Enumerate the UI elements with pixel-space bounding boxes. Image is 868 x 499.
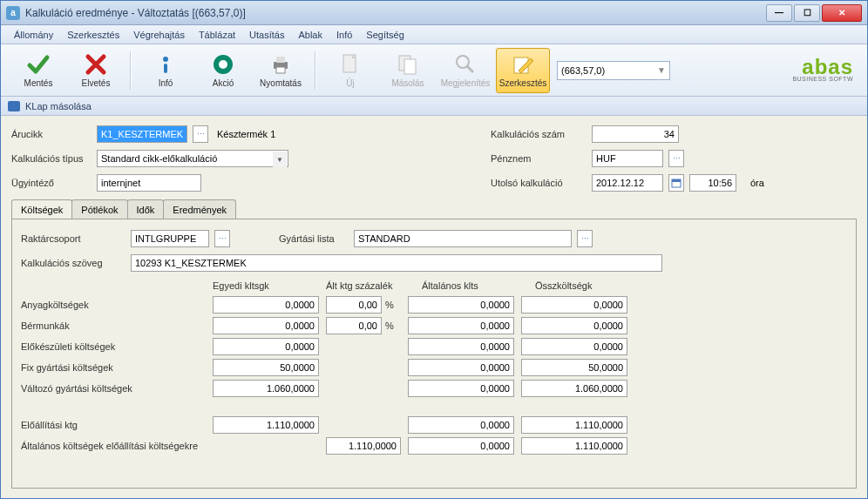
cost-label: Bérmunkák (21, 320, 213, 331)
cost-egyedi[interactable]: 50,0000 (213, 359, 319, 376)
input-raktar[interactable]: INTLGRUPPE (131, 230, 209, 247)
cost-pct[interactable]: 0,00 (326, 317, 382, 334)
label-gyartasi: Gyártási lista (279, 233, 349, 244)
menu-szerkesztes[interactable]: Szerkesztés (61, 27, 125, 43)
sum2-pctval[interactable]: 1.110,0000 (326, 437, 401, 455)
menu-tablazat[interactable]: Táblázat (193, 27, 241, 43)
view-button[interactable]: Megjelenítés (438, 48, 492, 93)
sum2-alt[interactable]: 0,0000 (408, 437, 514, 455)
discard-button[interactable]: Elvetés (69, 48, 123, 93)
label-kalk-tipus: Kalkulációs típus (11, 153, 92, 164)
lookup-gyartasi[interactable]: ⋯ (577, 230, 593, 247)
cost-label: Anyagköltségek (21, 300, 213, 310)
cost-ossz[interactable]: 0,0000 (521, 317, 627, 334)
cost-alt[interactable]: 0,0000 (408, 380, 514, 397)
tab-idok[interactable]: Idők (127, 199, 165, 219)
input-gyartasi[interactable]: STANDARD (354, 230, 572, 247)
menu-segitseg[interactable]: Segítség (360, 27, 410, 43)
svg-rect-5 (276, 57, 285, 63)
tab-potlekok[interactable]: Pótlékok (71, 199, 127, 219)
label-ora: óra (750, 178, 764, 188)
svg-rect-6 (276, 67, 285, 73)
menu-bar: Állomány Szerkesztés Végrehajtás Tábláza… (1, 25, 867, 44)
lookup-raktar[interactable]: ⋯ (214, 230, 230, 247)
secondary-bar: KLap másolása (1, 97, 867, 116)
new-button[interactable]: Új (323, 48, 377, 93)
cost-ossz[interactable]: 0,0000 (521, 296, 627, 314)
header-form: Árucikk K1_KESZTERMEK ⋯ Késztermék 1 Kal… (1, 116, 867, 199)
eloallitasi-alt[interactable]: 0,0000 (408, 416, 514, 434)
tab-body: Raktárcsoport INTLGRUPPE ⋯ Gyártási list… (11, 219, 857, 489)
lookup-arucikk[interactable]: ⋯ (193, 125, 208, 143)
action-icon (211, 52, 235, 77)
cost-egyedi[interactable]: 0,0000 (213, 317, 319, 334)
summary-altalanos-eloallitasi: Általános költségek előállítási költsége… (21, 435, 847, 456)
action-button[interactable]: Akció (196, 48, 250, 93)
percent-sign: % (385, 300, 397, 310)
cost-pct[interactable]: 0,00 (326, 296, 382, 314)
menu-allomany[interactable]: Állomány (8, 27, 59, 43)
input-utolso-date[interactable]: 2012.12.12 (592, 174, 663, 192)
header-ossz: Összköltségk (535, 280, 648, 291)
tab-strip: Költségek Pótlékok Idők Eredmények (11, 199, 857, 219)
costs-grid: Egyedi kltsgk Ált ktg százalék Általános… (21, 280, 847, 456)
cost-egyedi[interactable]: 1.060,0000 (213, 380, 319, 397)
eloallitasi-ossz[interactable]: 1.110,0000 (521, 416, 627, 434)
input-kalk-szoveg[interactable]: 10293 K1_KESZTERMEK (131, 254, 662, 272)
cost-egyedi[interactable]: 0,0000 (213, 338, 319, 355)
menu-ablak[interactable]: Ablak (292, 27, 329, 43)
toolbar-sep2 (315, 51, 316, 90)
cost-ossz[interactable]: 1.060,0000 (521, 380, 627, 397)
cost-row: Előkészületi költségek0,00000,00000,0000 (21, 336, 847, 357)
menu-vegrehajtas[interactable]: Végrehajtás (127, 27, 191, 43)
input-ugyintezo[interactable]: internjnet (97, 174, 201, 192)
edit-button[interactable]: Szerkesztés (496, 48, 550, 93)
summary-eloallitasi: Előállítási ktg 1.110,0000 0,0000 1.110,… (21, 415, 847, 435)
cost-alt[interactable]: 0,0000 (408, 359, 514, 376)
save-button[interactable]: Mentés (11, 48, 65, 93)
info-icon (153, 52, 178, 77)
cost-row: Fix gyártási költségek50,00000,000050,00… (21, 357, 847, 378)
tab-koltsegek[interactable]: Költségek (11, 199, 72, 219)
lookup-penznem[interactable]: ⋯ (668, 150, 684, 167)
cost-alt[interactable]: 0,0000 (408, 338, 514, 355)
document-new-icon (338, 52, 363, 77)
print-button[interactable]: Nyomtatás (254, 48, 308, 93)
menu-utasitas[interactable]: Utasítás (243, 27, 290, 43)
combo-kalk-tipus[interactable]: Standard cikk-előkalkuláció ▼ (97, 150, 288, 167)
cost-egyedi[interactable]: 0,0000 (213, 296, 319, 314)
label-kalk-szoveg: Kalkulációs szöveg (21, 258, 125, 268)
cost-label: Előkészületi költségek (21, 341, 213, 352)
close-button[interactable]: ✕ (822, 4, 862, 22)
menu-info[interactable]: Infó (330, 27, 358, 43)
window-title: Kalkuláció eredménye - Változtatás [(663… (25, 7, 766, 19)
label-kalk-szam: Kalkulációs szám (491, 129, 587, 139)
eloallitasi-egyedi[interactable]: 1.110,0000 (213, 416, 319, 434)
minimize-button[interactable]: — (766, 4, 792, 22)
sum2-ossz[interactable]: 1.110,0000 (521, 437, 627, 455)
cost-alt[interactable]: 0,0000 (408, 317, 514, 334)
costs-header: Egyedi kltsgk Ált ktg százalék Általános… (21, 280, 847, 291)
input-penznem[interactable]: HUF (592, 150, 663, 167)
svg-line-11 (467, 66, 473, 72)
header-egyedi: Egyedi kltsgk (213, 280, 326, 291)
cost-ossz[interactable]: 0,0000 (521, 338, 627, 355)
chevron-down-icon: ▼ (273, 152, 287, 167)
date-picker-button[interactable] (668, 174, 684, 192)
magnifier-icon (453, 52, 478, 77)
input-kalk-szam[interactable]: 34 (592, 125, 679, 143)
svg-rect-1 (164, 64, 167, 73)
input-arucikk[interactable]: K1_KESZTERMEK (97, 125, 187, 143)
cost-ossz[interactable]: 50,0000 (521, 359, 627, 376)
label-raktar: Raktárcsoport (21, 233, 125, 244)
record-selector[interactable]: (663,57,0) ▼ (557, 61, 670, 80)
cost-alt[interactable]: 0,0000 (408, 296, 514, 314)
tab-eredmenyek[interactable]: Eredmények (163, 199, 236, 219)
copy-button[interactable]: Másolás (381, 48, 435, 93)
arucikk-desc: Késztermék 1 (214, 125, 397, 143)
input-utolso-time[interactable]: 10:56 (689, 174, 736, 192)
info-button[interactable]: Infó (139, 48, 193, 93)
tab-panel: Költségek Pótlékok Idők Eredmények Raktá… (1, 199, 867, 499)
maximize-button[interactable]: ☐ (794, 4, 820, 22)
x-icon (84, 52, 108, 77)
